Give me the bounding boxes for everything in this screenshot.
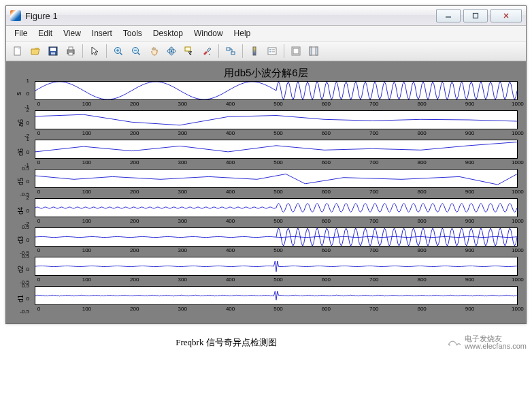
save-icon[interactable]	[45, 43, 61, 59]
svg-rect-4	[51, 52, 55, 54]
xticks: 01002003004005006007008009001000	[35, 276, 518, 283]
subplot-a6: a6-20201002003004005006007008009001000	[35, 110, 518, 136]
xticks: 01002003004005006007008009001000	[35, 247, 518, 253]
pan-icon[interactable]	[146, 43, 162, 59]
svg-rect-0	[473, 14, 478, 18]
xticks: 01002003004005006007008009001000	[35, 218, 518, 224]
svg-rect-21	[310, 47, 312, 55]
matlab-icon	[10, 10, 21, 21]
ylabel: s	[15, 92, 22, 95]
caption-text: Freqbrk 信号奇异点检测图	[5, 336, 447, 349]
xticks: 01002003004005006007008009001000	[35, 159, 518, 165]
menu-view[interactable]: View	[58, 27, 86, 40]
svg-rect-19	[293, 48, 299, 54]
axes[interactable]	[35, 81, 518, 100]
brush-icon[interactable]	[199, 43, 215, 59]
svg-rect-22	[316, 47, 318, 55]
menu-help[interactable]: Help	[229, 27, 256, 40]
maximize-button[interactable]	[463, 9, 488, 22]
axes[interactable]	[35, 227, 518, 247]
watermark-line2: www.elecfans.com	[465, 343, 527, 350]
ylabel: d5	[17, 178, 24, 185]
axes[interactable]	[35, 140, 518, 159]
subplot-d3: d3-0.500.5010020030040050060070080090010…	[35, 227, 518, 253]
axes[interactable]	[35, 198, 518, 217]
svg-point-23	[449, 345, 450, 346]
menu-desktop[interactable]: Desktop	[148, 27, 188, 40]
close-button[interactable]	[491, 9, 522, 22]
xticks: 01002003004005006007008009001000	[35, 101, 518, 107]
print-icon[interactable]	[63, 43, 79, 59]
menu-window[interactable]: Window	[188, 27, 229, 40]
toolbar	[6, 42, 526, 61]
svg-rect-7	[69, 52, 73, 55]
zoom-out-icon[interactable]	[128, 43, 144, 59]
menu-tools[interactable]: Tools	[118, 27, 148, 40]
zoom-in-icon[interactable]	[110, 43, 127, 59]
xticks: 01002003004005006007008009001000	[35, 130, 518, 136]
hide-plot-tools-icon[interactable]	[288, 43, 304, 59]
svg-point-12	[171, 50, 173, 52]
figure-title: 用db5小波分解6层	[14, 67, 518, 80]
open-icon[interactable]	[27, 43, 44, 59]
svg-rect-17	[268, 48, 276, 54]
menu-file[interactable]: File	[9, 27, 33, 40]
figure-area: 用db5小波分解6层 s-101010020030040050060070080…	[6, 61, 526, 323]
watermark: 电子发烧友 www.elecfans.com	[447, 335, 527, 350]
menubar: File Edit View Insert Tools Desktop Wind…	[6, 26, 526, 42]
svg-rect-3	[50, 48, 56, 51]
colorbar-icon[interactable]	[246, 43, 263, 59]
subplot-d6: d6-10101002003004005006007008009001000	[35, 140, 518, 165]
subplot-d2: d2-0.500.5010020030040050060070080090010…	[35, 257, 518, 283]
pointer-icon[interactable]	[86, 43, 103, 59]
subplot-d4: d4-20201002003004005006007008009001000	[35, 198, 518, 224]
new-figure-icon[interactable]	[10, 43, 26, 59]
axes[interactable]	[35, 169, 518, 188]
ylabel: d3	[17, 236, 24, 244]
ylabel: a6	[17, 119, 24, 127]
subplot-d5: d5-0.500.5010020030040050060070080090010…	[35, 169, 518, 195]
ylabel: d2	[17, 266, 24, 273]
axes[interactable]	[35, 286, 518, 305]
menu-edit[interactable]: Edit	[33, 27, 58, 40]
ylabel: d1	[17, 295, 24, 302]
legend-icon[interactable]	[264, 43, 280, 59]
ylabel: d4	[17, 207, 24, 215]
subplot-d1: d1-0.500.5010020030040050060070080090010…	[35, 286, 518, 312]
svg-rect-16	[253, 47, 256, 55]
minimize-button[interactable]	[436, 9, 461, 22]
xticks: 01002003004005006007008009001000	[35, 306, 518, 312]
svg-rect-6	[69, 47, 73, 50]
show-plot-tools-icon[interactable]	[305, 43, 322, 59]
titlebar[interactable]: Figure 1	[6, 6, 526, 26]
menu-insert[interactable]: Insert	[86, 27, 118, 40]
figure-window: Figure 1 File Edit View Insert Tools Des…	[5, 5, 527, 324]
subplot-s: s-10101002003004005006007008009001000	[35, 81, 518, 107]
axes[interactable]	[35, 257, 518, 276]
xticks: 01002003004005006007008009001000	[35, 189, 518, 195]
svg-rect-13	[185, 47, 190, 51]
link-icon[interactable]	[222, 43, 239, 59]
datacursor-icon[interactable]	[181, 43, 197, 59]
window-title: Figure 1	[25, 11, 58, 21]
svg-rect-14	[227, 48, 230, 50]
rotate3d-icon[interactable]	[163, 43, 180, 59]
axes[interactable]	[35, 110, 518, 129]
ylabel: d6	[17, 148, 24, 156]
